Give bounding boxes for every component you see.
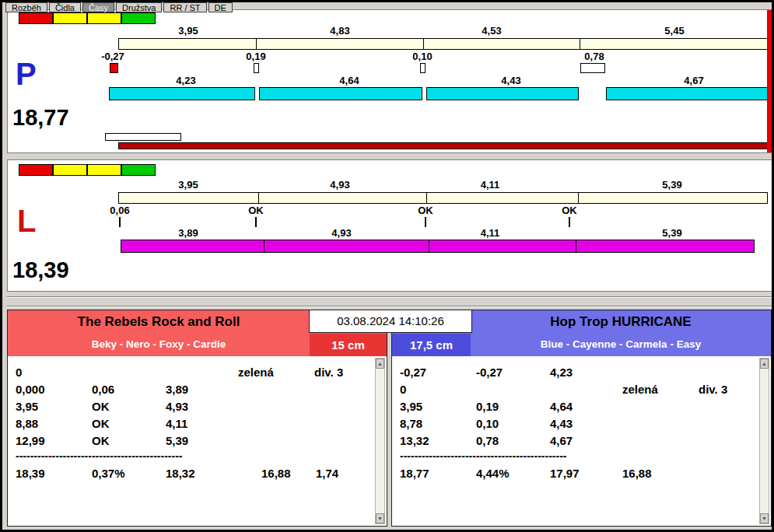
result-cell: OK [92, 434, 110, 447]
split-time-label: 4,93 [313, 179, 367, 191]
total-time-cell: 18,77 [400, 467, 429, 480]
dog-time-label: 4,23 [159, 75, 213, 86]
changeover-marker [580, 63, 605, 73]
changeover-marker [420, 63, 426, 73]
bar-divider [258, 193, 259, 203]
separator-dashes: ----------------------------------------… [16, 450, 182, 462]
diff-cell: 1,74 [316, 467, 338, 480]
reaction-time-label: 0,06 [93, 205, 147, 216]
separator-line [7, 296, 772, 298]
result-cell: 0,000 [16, 383, 45, 396]
division-cell: div. 3 [314, 366, 343, 379]
result-cell: OK [92, 417, 110, 430]
result-cell: 3,95 [400, 400, 422, 413]
status-lights [19, 164, 156, 176]
reaction-time-label: 0,78 [567, 51, 622, 62]
tab-rr-st[interactable]: RR / ST [163, 2, 206, 12]
tab-druzstva[interactable]: Družstva [116, 2, 162, 12]
reaction-time-label: OK [229, 205, 283, 216]
bar-divider [423, 39, 424, 49]
team-left-scrollbar[interactable]: ▲ ▼ [375, 358, 385, 524]
result-cell: 0,06 [92, 383, 114, 396]
light-red-icon [19, 164, 53, 176]
result-cell: 4,67 [550, 434, 573, 447]
light-green-icon [121, 164, 156, 176]
split-time-label: 5,45 [647, 25, 702, 37]
result-cell: 4,11 [166, 417, 187, 430]
light-yellow-icon [87, 12, 121, 24]
split-time-label: 3,95 [161, 179, 215, 191]
team-left-dogs: Beky - Nero - Foxy - Cardie [8, 334, 310, 355]
reaction-time-label: OK [542, 205, 597, 216]
team-right-results: -0,27 -0,27 4,23 0 zelená div. 3 3,95 0,… [392, 356, 771, 526]
result-cell: -0,27 [400, 366, 426, 379]
changeover-tick [569, 217, 570, 227]
split-time-label: 5,39 [645, 179, 699, 191]
result-cell: 8,88 [16, 417, 38, 430]
result-cell: 0 [16, 366, 22, 379]
tab-de[interactable]: DE [208, 2, 233, 12]
scroll-up-icon[interactable]: ▲ [760, 359, 769, 369]
total-time-cell: 18,39 [16, 467, 45, 480]
team-panel-right: Hop Trop HURRICANE Blue - Cayenne - Carm… [391, 310, 772, 527]
result-cell: 0 [400, 383, 406, 396]
status-lights [19, 12, 156, 24]
result-cell: 4,43 [550, 417, 573, 430]
result-cell: 4,23 [550, 366, 573, 379]
result-cell: 4,64 [550, 400, 573, 413]
tab-casy[interactable]: Časy [82, 2, 114, 12]
tab-rozbeh[interactable]: Rozběh [5, 2, 47, 12]
dog-time-label: 4,64 [322, 75, 376, 86]
result-cell: 12,99 [16, 434, 45, 447]
division-cell: div. 3 [699, 383, 727, 396]
zero-marker-box [105, 133, 181, 141]
scroll-down-icon[interactable]: ▼ [760, 513, 769, 523]
dog-run-bar [109, 87, 255, 100]
team-left-results: 0 zelená div. 3 0,000 0,06 3,89 3,95 OK … [8, 356, 387, 526]
light-status-cell: zelená [622, 383, 658, 396]
separator-dashes: ----------------------------------------… [400, 450, 566, 462]
percent-cell: 4,44% [476, 467, 510, 480]
changeover-marker [254, 63, 259, 73]
tab-cidla[interactable]: Čidla [49, 2, 81, 12]
dog-time-label: 4,43 [484, 75, 538, 86]
dog-run-bar [259, 87, 422, 100]
bar-divider [578, 193, 579, 203]
dog-time-label: 5,39 [645, 227, 699, 239]
sum-time-cell: 17,97 [550, 467, 580, 480]
team-right-dogs: Blue - Cayenne - Carmela - Easy [471, 334, 771, 355]
scroll-up-icon[interactable]: ▲ [376, 359, 384, 369]
best-time-cell: 16,88 [622, 467, 652, 480]
lane-letter-l: L [17, 205, 36, 236]
split-time-label: 4,83 [313, 25, 367, 37]
penalty-bar [118, 142, 772, 149]
team-left-jump-height: 15 cm [310, 334, 387, 356]
light-red-icon [19, 12, 53, 24]
light-yellow-icon [53, 12, 87, 24]
result-cell: 4,93 [166, 400, 188, 413]
scroll-down-icon[interactable]: ▼ [376, 513, 384, 523]
result-cell: -0,27 [476, 366, 503, 379]
dog-time-label: 4,93 [314, 227, 369, 239]
team-right-scrollbar[interactable]: ▲ ▼ [759, 358, 769, 524]
result-cell: 8,78 [400, 417, 422, 430]
lane-panel-p: 3,95 4,83 4,53 5,45 -0,27 0,19 0,10 0,78… [7, 9, 772, 153]
light-green-icon [121, 12, 156, 24]
datetime-display: 03.08.2024 14:10:26 [309, 310, 472, 333]
dog-time-label: 3,89 [161, 227, 215, 239]
dog-run-bar [121, 240, 755, 253]
dog-time-label: 4,11 [463, 227, 517, 239]
split-time-label: 4,53 [464, 25, 519, 37]
teams-section: The Rebels Rock and Roll Beky - Nero - F… [2, 310, 772, 528]
split-time-label: 3,95 [161, 25, 215, 37]
sum-time-cell: 18,32 [166, 467, 195, 480]
lane-l-total-time: 18,39 [12, 259, 69, 282]
tab-strip: Rozběh Čidla Časy Družstva RR / ST DE [5, 2, 233, 12]
bar-divider [426, 193, 427, 203]
reaction-time-label: OK [398, 205, 453, 216]
changeover-tick [255, 217, 257, 227]
result-cell: 13,32 [400, 434, 429, 447]
bar-divider [429, 240, 429, 252]
total-time-bar [118, 38, 768, 50]
separator-line [7, 306, 772, 307]
